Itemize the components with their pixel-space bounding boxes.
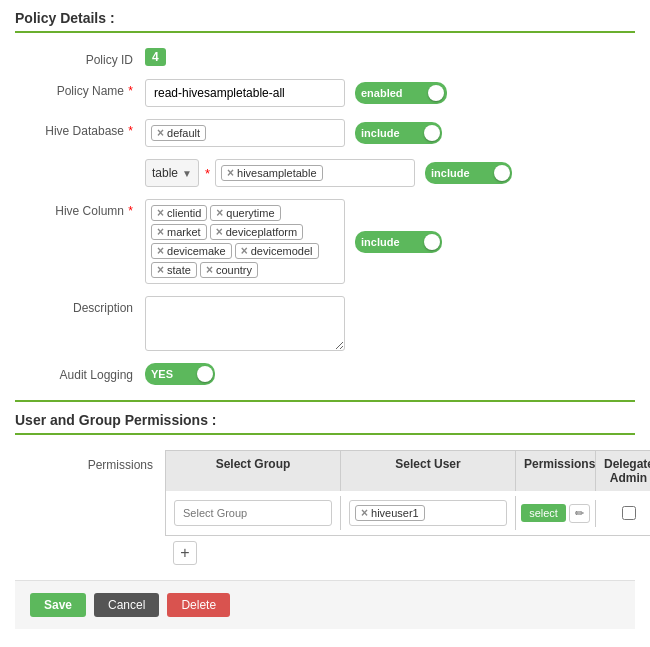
- hive-column-row: Hive Column * × clientid × querytime × m…: [15, 199, 635, 284]
- cancel-button[interactable]: Cancel: [94, 593, 159, 617]
- hive-database-row: Hive Database * × default include: [15, 119, 635, 147]
- include-toggle-3[interactable]: include: [355, 231, 442, 253]
- col-tag-market: × market: [151, 224, 207, 240]
- table-spacer-label: [15, 159, 145, 164]
- permissions-form-row: Permissions Select Group Select User Per…: [35, 450, 635, 565]
- permissions-header-row: Select Group Select User Permissions Del…: [165, 450, 650, 491]
- select-user-tag-input[interactable]: × hiveuser1: [349, 500, 507, 526]
- hive-column-control: × clientid × querytime × market × device…: [145, 199, 635, 284]
- table-row-form: table ▼ * × hivesampletable include: [15, 159, 635, 187]
- hive-database-tag-remove[interactable]: ×: [157, 127, 164, 139]
- audit-logging-control: YES: [145, 363, 635, 385]
- delegate-admin-cell: [596, 502, 650, 524]
- audit-logging-row: Audit Logging YES: [15, 363, 635, 385]
- user-tag-remove[interactable]: ×: [361, 507, 368, 519]
- enabled-label: enabled: [355, 82, 409, 104]
- description-textarea[interactable]: [145, 296, 345, 351]
- hive-database-label: Hive Database *: [15, 119, 145, 138]
- include-label-3: include: [355, 231, 406, 253]
- footer-buttons: Save Cancel Delete: [15, 580, 635, 629]
- select-group-cell: [166, 496, 341, 530]
- policy-id-row: Policy ID 4: [15, 48, 635, 67]
- col-tag-deviceplatform: × deviceplatform: [210, 224, 304, 240]
- permissions-label: Permissions: [35, 450, 165, 565]
- audit-yes-label: YES: [145, 363, 179, 385]
- policy-name-control: enabled: [145, 79, 635, 107]
- audit-logging-label: Audit Logging: [15, 363, 145, 382]
- user-tag-hiveuser1: × hiveuser1: [355, 505, 425, 521]
- hive-database-tag-input[interactable]: × default: [145, 119, 345, 147]
- add-row-button[interactable]: +: [173, 541, 197, 565]
- delete-button[interactable]: Delete: [167, 593, 230, 617]
- delegate-admin-header: Delegate Admin: [596, 451, 650, 491]
- hive-database-tag: × default: [151, 125, 206, 141]
- select-group-input[interactable]: [174, 500, 332, 526]
- hive-column-label: Hive Column *: [15, 199, 145, 218]
- section-policy-details: Policy Details : Policy ID 4 Policy Name…: [15, 10, 635, 385]
- hive-database-control: × default include: [145, 119, 635, 147]
- delegate-admin-checkbox[interactable]: [622, 506, 636, 520]
- col-tag-devicemodel: × devicemodel: [235, 243, 319, 259]
- select-permissions-button[interactable]: select: [521, 504, 566, 522]
- hive-table-tag-input[interactable]: × hivesampletable: [215, 159, 415, 187]
- include-label-2: include: [425, 162, 476, 184]
- policy-name-row: Policy Name * enabled: [15, 79, 635, 107]
- description-control: [145, 296, 635, 351]
- hive-table-tag: × hivesampletable: [221, 165, 323, 181]
- save-button[interactable]: Save: [30, 593, 86, 617]
- enabled-toggle[interactable]: enabled: [355, 82, 447, 104]
- permissions-section-title: User and Group Permissions :: [15, 412, 635, 435]
- table-control: table ▼ * × hivesampletable include: [145, 159, 635, 187]
- policy-name-label: Policy Name *: [15, 79, 145, 98]
- policy-name-input[interactable]: [145, 79, 345, 107]
- select-group-header: Select Group: [166, 451, 341, 491]
- policy-id-label: Policy ID: [15, 48, 145, 67]
- col-tag-clientid: × clientid: [151, 205, 207, 221]
- col-tag-state: × state: [151, 262, 197, 278]
- permissions-table-container: Select Group Select User Permissions Del…: [165, 450, 650, 565]
- edit-permissions-button[interactable]: ✏: [569, 504, 590, 523]
- description-label: Description: [15, 296, 145, 315]
- col-tag-devicemake: × devicemake: [151, 243, 232, 259]
- audit-toggle[interactable]: YES: [145, 363, 215, 385]
- policy-details-title: Policy Details :: [15, 10, 635, 33]
- permissions-section: User and Group Permissions : Permissions…: [15, 400, 635, 565]
- permissions-data-row: × hiveuser1 select ✏: [165, 491, 650, 536]
- col-tag-country: × country: [200, 262, 258, 278]
- include-toggle-2[interactable]: include: [425, 162, 512, 184]
- include-toggle-1[interactable]: include: [355, 122, 442, 144]
- select-user-header: Select User: [341, 451, 516, 491]
- permissions-buttons-cell: select ✏: [516, 500, 596, 527]
- policy-id-badge: 4: [145, 48, 166, 66]
- policy-id-control: 4: [145, 48, 635, 66]
- table-type-dropdown[interactable]: table ▼: [145, 159, 199, 187]
- hive-table-tag-remove[interactable]: ×: [227, 167, 234, 179]
- description-row: Description: [15, 296, 635, 351]
- col-tag-querytime: × querytime: [210, 205, 280, 221]
- dropdown-arrow-icon: ▼: [182, 168, 192, 179]
- hive-column-tag-input[interactable]: × clientid × querytime × market × device…: [145, 199, 345, 284]
- include-label-1: include: [355, 122, 406, 144]
- select-user-cell: × hiveuser1: [341, 496, 516, 530]
- permissions-header: Permissions: [516, 451, 596, 491]
